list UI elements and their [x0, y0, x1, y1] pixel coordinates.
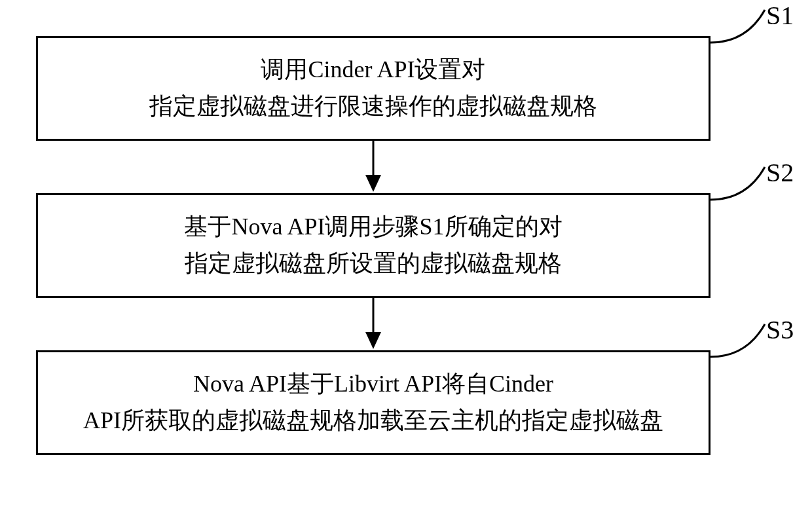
step-s2-box: 基于Nova API调用步骤S1所确定的对 指定虚拟磁盘所设置的虚拟磁盘规格 — [36, 193, 710, 298]
step-s2-line2: 指定虚拟磁盘所设置的虚拟磁盘规格 — [185, 246, 562, 282]
step-s1-line1: 调用Cinder API设置对 — [261, 52, 485, 88]
step-s1-callout — [707, 7, 769, 46]
step-s2-line1: 基于Nova API调用步骤S1所确定的对 — [184, 209, 562, 246]
step-s1-line2: 指定虚拟磁盘进行限速操作的虚拟磁盘规格 — [149, 88, 597, 125]
step-s3-callout — [707, 321, 769, 360]
step-s2-callout — [707, 164, 769, 203]
step-s3-box: Nova API基于Libvirt API将自Cinder API所获取的虚拟磁… — [36, 350, 710, 455]
svg-marker-3 — [365, 332, 381, 349]
step-s2-label: S2 — [766, 157, 794, 188]
step-s1-box: 调用Cinder API设置对 指定虚拟磁盘进行限速操作的虚拟磁盘规格 — [36, 36, 710, 141]
flowchart-canvas: 调用Cinder API设置对 指定虚拟磁盘进行限速操作的虚拟磁盘规格 S1 基… — [0, 0, 812, 514]
arrow-s2-s3 — [361, 298, 385, 350]
step-s3-line1: Nova API基于Libvirt API将自Cinder — [193, 366, 553, 403]
step-s1-label: S1 — [766, 0, 794, 31]
arrow-s1-s2 — [361, 141, 385, 193]
step-s3-label: S3 — [766, 314, 794, 345]
svg-marker-1 — [365, 175, 381, 192]
step-s3-line2: API所获取的虚拟磁盘规格加载至云主机的指定虚拟磁盘 — [83, 403, 663, 439]
